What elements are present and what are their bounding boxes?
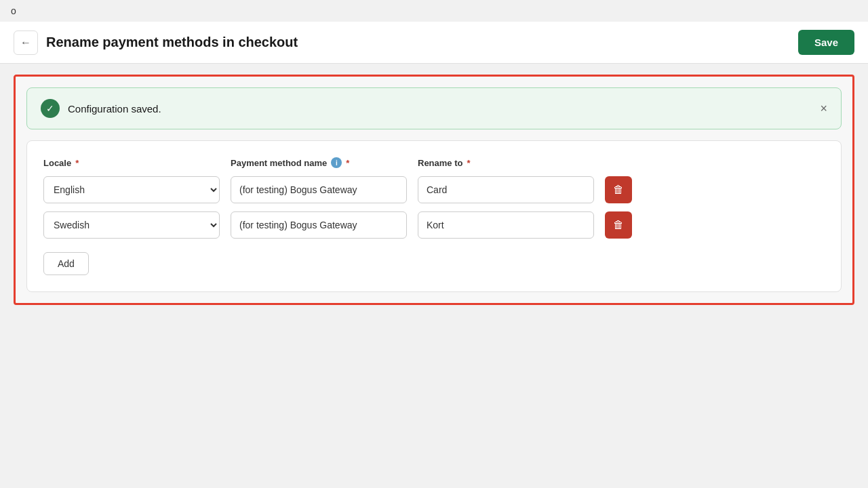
payment-required: *	[346, 158, 349, 168]
success-message: Configuration saved.	[68, 103, 161, 115]
close-banner-button[interactable]: ×	[820, 102, 827, 116]
payment-input-1[interactable]	[231, 176, 407, 203]
header: ← Rename payment methods in checkout Sav…	[0, 22, 868, 64]
form-card: Locale * Payment method name i * Rename …	[26, 140, 842, 292]
delete-button-2[interactable]: 🗑	[605, 211, 632, 239]
back-button[interactable]: ←	[14, 30, 38, 55]
top-bar: o	[0, 0, 868, 22]
payment-input-2[interactable]	[231, 211, 407, 239]
locale-label: Locale	[43, 158, 71, 168]
delete-icon-2: 🗑	[613, 219, 624, 231]
content-area: ✓ Configuration saved. × Locale * Paymen…	[14, 75, 854, 305]
rename-column-header: Rename to *	[418, 158, 594, 168]
save-button[interactable]: Save	[798, 30, 854, 55]
delete-icon-1: 🗑	[613, 184, 624, 196]
rename-input-1[interactable]	[418, 176, 594, 203]
delete-button-1[interactable]: 🗑	[605, 176, 632, 203]
add-button[interactable]: Add	[43, 252, 89, 275]
back-icon: ←	[20, 37, 31, 49]
payment-label: Payment method name	[231, 158, 327, 168]
locale-select-2[interactable]: English Swedish German French Spanish	[43, 211, 220, 239]
form-row-2: English Swedish German French Spanish 🗑	[43, 211, 825, 239]
locale-column-header: Locale *	[43, 158, 220, 168]
page-title: Rename payment methods in checkout	[46, 35, 298, 50]
success-icon: ✓	[41, 99, 60, 118]
rename-required: *	[467, 158, 470, 168]
payment-info-icon[interactable]: i	[331, 157, 342, 168]
form-row-1: English Swedish German French Spanish 🗑	[43, 176, 825, 203]
top-bar-text: o	[11, 5, 16, 16]
form-headers: Locale * Payment method name i * Rename …	[43, 157, 825, 168]
locale-select-1[interactable]: English Swedish German French Spanish	[43, 176, 220, 203]
rename-input-2[interactable]	[418, 211, 594, 239]
rename-label: Rename to	[418, 158, 462, 168]
locale-required: *	[75, 158, 79, 168]
success-banner: ✓ Configuration saved. ×	[26, 87, 842, 129]
success-banner-left: ✓ Configuration saved.	[41, 99, 161, 118]
header-left: ← Rename payment methods in checkout	[14, 30, 298, 55]
payment-column-header: Payment method name i *	[231, 157, 407, 168]
